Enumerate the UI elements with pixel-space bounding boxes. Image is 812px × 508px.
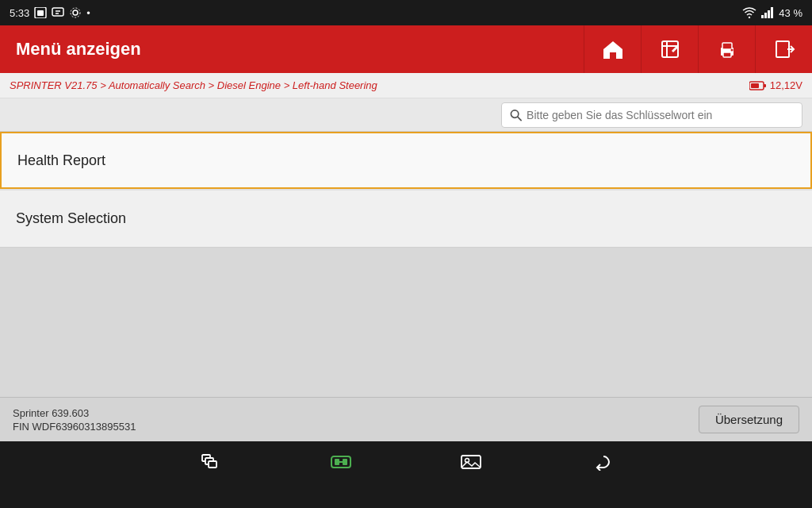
vehicle-fin: FIN WDF63960313895531: [13, 421, 136, 433]
svg-rect-2: [52, 8, 63, 16]
svg-rect-10: [768, 10, 770, 18]
menu-item-health-report[interactable]: Health Report: [0, 132, 812, 189]
content-area: [0, 248, 812, 397]
footer: Sprinter 639.603 FIN WDF63960313895531 Ü…: [0, 397, 812, 441]
svg-point-7: [749, 17, 750, 18]
exit-button[interactable]: [755, 25, 812, 73]
status-bar: 5:33 • 43 %: [0, 0, 812, 25]
svg-rect-30: [335, 459, 339, 465]
menu-item-system-selection-label: System Selection: [16, 210, 126, 227]
nav-gallery-button[interactable]: [454, 444, 488, 479]
search-wrapper[interactable]: [501, 102, 802, 128]
print-icon: [716, 38, 738, 60]
print-button[interactable]: [698, 25, 755, 73]
nav-vci-button[interactable]: [324, 444, 358, 479]
battery-status-icon: [749, 80, 767, 91]
header-title: Menü anzeigen: [16, 39, 584, 60]
svg-rect-23: [764, 84, 766, 87]
menu-item-health-report-label: Health Report: [17, 152, 105, 169]
time-display: 5:33: [10, 7, 29, 19]
svg-rect-17: [723, 52, 731, 57]
dot-indicator: •: [86, 7, 90, 19]
nav-recent-button[interactable]: [193, 444, 228, 479]
svg-line-25: [518, 117, 521, 120]
breadcrumb: SPRINTER V21.75 > Automatically Search >…: [10, 79, 377, 91]
settings-icon: [69, 6, 82, 19]
battery-percent: 43 %: [779, 7, 802, 19]
svg-rect-33: [462, 456, 481, 468]
vci-icon: [330, 453, 352, 471]
svg-rect-1: [37, 10, 44, 16]
svg-rect-8: [761, 15, 764, 18]
svg-rect-9: [764, 13, 767, 18]
svg-rect-16: [722, 43, 732, 49]
wifi-icon: [742, 7, 756, 18]
header-actions: [584, 25, 812, 73]
main-content: Health Report System Selection: [0, 132, 812, 397]
search-input[interactable]: [527, 109, 794, 121]
vehicle-name: Sprinter 639.603: [13, 407, 136, 419]
search-icon: [510, 109, 522, 121]
svg-rect-28: [209, 461, 216, 468]
gallery-icon: [461, 453, 481, 471]
recent-apps-icon: [201, 453, 221, 471]
search-bar: [0, 98, 812, 132]
footer-info: Sprinter 639.603 FIN WDF63960313895531: [13, 407, 136, 433]
svg-point-6: [71, 8, 80, 17]
edit-button[interactable]: [641, 25, 698, 73]
status-left: 5:33 •: [10, 6, 90, 19]
nav-bar: [0, 441, 812, 483]
home-button[interactable]: [584, 25, 641, 73]
back-icon: [591, 453, 611, 471]
status-right: 43 %: [742, 7, 802, 19]
svg-rect-22: [751, 83, 759, 88]
battery-info: 12,12V: [749, 79, 802, 91]
svg-rect-19: [776, 41, 789, 57]
translate-button[interactable]: Übersetzung: [699, 406, 799, 433]
menu-item-system-selection[interactable]: System Selection: [0, 190, 812, 248]
edit-icon: [659, 38, 681, 60]
svg-point-18: [730, 49, 733, 52]
battery-voltage: 12,12V: [770, 79, 802, 91]
exit-icon: [773, 38, 795, 60]
home-icon: [602, 38, 624, 60]
svg-point-5: [73, 10, 78, 15]
message-icon: [52, 7, 64, 18]
signal-icon: [761, 7, 774, 18]
svg-rect-31: [343, 459, 347, 465]
nav-back-button[interactable]: [584, 444, 619, 479]
breadcrumb-bar: SPRINTER V21.75 > Automatically Search >…: [0, 73, 812, 98]
header: Menü anzeigen: [0, 25, 812, 73]
svg-rect-11: [771, 7, 773, 18]
sim-icon: [34, 7, 47, 18]
